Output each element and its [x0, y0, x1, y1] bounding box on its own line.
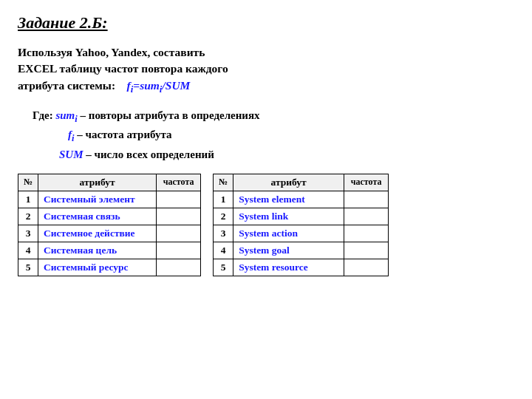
th-right-num: № — [214, 174, 233, 191]
cell-num: 5 — [214, 259, 233, 276]
cell-num: 3 — [18, 225, 38, 242]
definitions-block: Где: sumi – повторы атрибута в определен… — [18, 107, 514, 163]
th-left-attr: атрибут — [38, 174, 157, 191]
cell-attr: System goal — [233, 242, 344, 259]
intro-line3-pre: атрибута системы: — [18, 79, 115, 92]
cell-num: 5 — [18, 259, 38, 276]
def-line3: SUM – число всех определений — [33, 146, 514, 163]
table-row: 2 Системная связь — [18, 208, 201, 225]
th-left-num: № — [18, 174, 38, 191]
cell-num: 2 — [18, 208, 38, 225]
table-row: 5 Системный ресурс — [18, 259, 201, 276]
cell-freq — [344, 225, 389, 242]
table-row: 2 System link — [214, 208, 389, 225]
page-title: Задание 2.Б: — [18, 13, 514, 33]
cell-freq — [344, 191, 389, 208]
cell-attr: Системная цель — [38, 242, 157, 259]
cell-freq — [157, 191, 201, 208]
cell-num: 2 — [214, 208, 233, 225]
cell-attr: System resource — [233, 259, 344, 276]
intro-text: Используя Yahoo, Yandex, составить EXCEL… — [18, 44, 514, 97]
cell-freq — [157, 208, 201, 225]
table-row: 3 Системное действие — [18, 225, 201, 242]
cell-freq — [344, 208, 389, 225]
def-line1: Где: sumi – повторы атрибута в определен… — [33, 107, 514, 126]
th-right-attr: атрибут — [233, 174, 344, 191]
cell-num: 4 — [18, 242, 38, 259]
cell-num: 3 — [214, 225, 233, 242]
cell-attr: System action — [233, 225, 344, 242]
table-row: 5 System resource — [214, 259, 389, 276]
cell-freq — [157, 242, 201, 259]
cell-freq — [157, 259, 201, 276]
cell-freq — [157, 225, 201, 242]
intro-line1: Используя Yahoo, Yandex, составить — [18, 46, 205, 58]
th-right-freq: частота — [344, 174, 389, 191]
cell-freq — [344, 259, 389, 276]
cell-attr: Системный ресурс — [38, 259, 157, 276]
cell-attr: Системное действие — [38, 225, 157, 242]
formula: fi=sumi/SUM — [127, 79, 191, 92]
table-row: 4 System goal — [214, 242, 389, 259]
intro-line2: EXCEL таблицу частот повтора каждого — [18, 62, 228, 75]
cell-attr: Системная связь — [38, 208, 157, 225]
table-row: 3 System action — [214, 225, 389, 242]
def-line2: fi – частота атрибута — [33, 126, 514, 146]
table-right: № атрибут частота 1 System element 2 Sys… — [213, 174, 389, 276]
cell-num: 4 — [214, 242, 233, 259]
table-row: 1 Системный элемент — [18, 191, 201, 208]
table-row: 4 Системная цель — [18, 242, 201, 259]
th-left-freq: частота — [157, 174, 201, 191]
cell-num: 1 — [18, 191, 38, 208]
cell-attr: System link — [233, 208, 344, 225]
table-left: № атрибут частота 1 Системный элемент 2 … — [18, 174, 201, 276]
cell-attr: System element — [233, 191, 344, 208]
cell-num: 1 — [214, 191, 233, 208]
table-row: 1 System element — [214, 191, 389, 208]
cell-freq — [344, 242, 389, 259]
cell-attr: Системный элемент — [38, 191, 157, 208]
tables-container: № атрибут частота 1 Системный элемент 2 … — [18, 174, 514, 276]
